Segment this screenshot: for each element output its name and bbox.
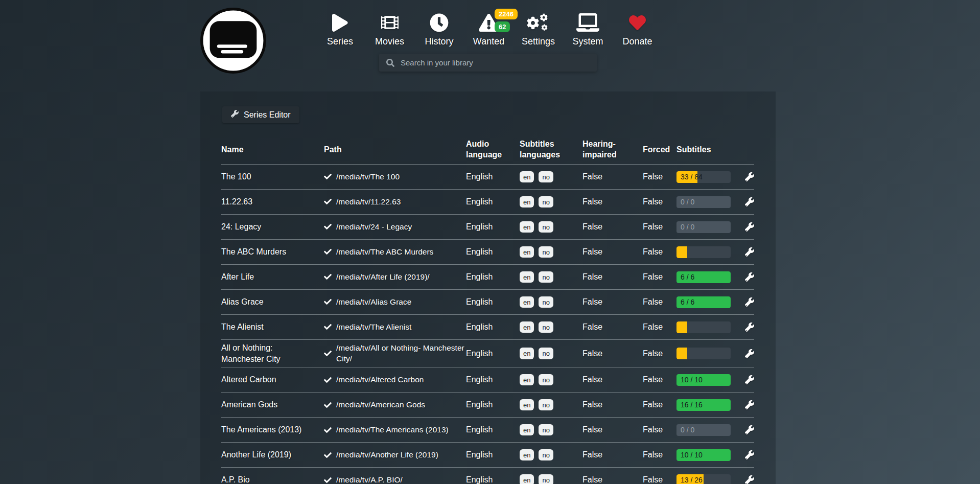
table-row: Altered Carbon/media/tv/Altered CarbonEn…	[221, 367, 754, 392]
laptop-icon	[576, 12, 599, 33]
main-navigation: SeriesMoviesHistoryWanted224662SettingsS…	[315, 12, 662, 47]
language-badge-no: no	[539, 171, 553, 183]
hearing-impaired-value: False	[582, 448, 643, 462]
wrench-icon	[231, 110, 239, 120]
forced-value: False	[643, 320, 676, 334]
library-search	[379, 54, 597, 72]
subtitles-progress-label: 6 / 6	[681, 298, 694, 306]
series-name: The Americans (2013)	[221, 422, 324, 438]
nav-item-system[interactable]: System	[563, 12, 613, 47]
forced-value: False	[643, 245, 676, 259]
edit-series-wrench-button[interactable]	[745, 375, 754, 384]
hearing-impaired-value: False	[582, 295, 643, 309]
language-badge-no: no	[539, 321, 553, 333]
subtitles-progress-bar	[676, 246, 731, 258]
table-header-row: NamePathAudio languageSubtitles language…	[221, 135, 754, 164]
wrench-icon	[745, 197, 754, 206]
nav-item-wanted[interactable]: Wanted224662	[464, 12, 514, 47]
edit-series-wrench-button[interactable]	[745, 450, 754, 459]
subtitles-progress-bar: 0 / 0	[676, 221, 731, 233]
search-input[interactable]	[400, 58, 597, 67]
nav-label-donate: Donate	[622, 36, 652, 47]
hearing-impaired-value: False	[582, 320, 643, 334]
language-badge-en: en	[520, 424, 534, 436]
wrench-icon	[745, 222, 754, 232]
edit-series-wrench-button[interactable]	[745, 400, 754, 409]
nav-item-movies[interactable]: Movies	[365, 12, 414, 47]
path-exists-check-icon	[324, 173, 332, 180]
forced-value: False	[643, 170, 676, 184]
subtitles-progress-bar: 0 / 0	[676, 196, 731, 208]
hearing-impaired-value: False	[582, 423, 643, 437]
hearing-impaired-value: False	[582, 373, 643, 387]
wrench-icon	[745, 349, 754, 358]
path-exists-check-icon	[324, 426, 332, 434]
path-exists-check-icon	[324, 401, 332, 409]
wrench-icon	[745, 297, 754, 307]
table-row: After Life/media/tv/After Life (2019)/En…	[221, 264, 754, 289]
edit-series-wrench-button[interactable]	[745, 247, 754, 257]
subtitles-progress-bar: 10 / 10	[676, 449, 731, 461]
series-name: A.P. Bio	[221, 472, 324, 484]
edit-series-wrench-button[interactable]	[745, 172, 754, 181]
edit-series-wrench-button[interactable]	[745, 425, 754, 434]
column-header-subtitles: Subtitles	[676, 142, 744, 158]
path-exists-check-icon	[324, 376, 332, 384]
wrench-icon	[745, 375, 754, 384]
table-row: The 100/media/tv/The 100EnglishennoFalse…	[221, 164, 754, 189]
wrench-icon	[745, 475, 754, 484]
series-path-text: /media/tv/The Americans (2013)	[336, 425, 449, 435]
edit-series-wrench-button[interactable]	[745, 197, 754, 206]
hearing-impaired-value: False	[582, 347, 643, 361]
language-badge-no: no	[539, 196, 553, 208]
hearing-impaired-value: False	[582, 195, 643, 209]
series-name: The ABC Murders	[221, 244, 324, 260]
wrench-icon	[745, 272, 754, 282]
nav-item-series[interactable]: Series	[315, 12, 365, 47]
wrench-icon	[745, 400, 754, 409]
series-editor-button[interactable]: Series Editor	[222, 106, 299, 123]
forced-value: False	[643, 295, 676, 309]
series-path-text: /media/tv/American Gods	[336, 400, 425, 410]
wanted-count-badges: 224662	[495, 9, 518, 32]
nav-item-history[interactable]: History	[414, 12, 464, 47]
subtitles-progress-label: 0 / 0	[681, 223, 694, 231]
subtitles-languages-badges: enno	[520, 422, 582, 439]
subtitles-languages-badges: enno	[520, 447, 582, 464]
subtitles-progress-label: 16 / 16	[681, 401, 703, 409]
subtitles-languages-badges: enno	[520, 294, 582, 311]
edit-series-wrench-button[interactable]	[745, 349, 754, 358]
language-badge-en: en	[520, 246, 534, 258]
series-path: /media/tv/The 100	[324, 169, 466, 185]
series-path-text: /media/tv/Altered Carbon	[336, 375, 424, 385]
column-header-path: Path	[324, 142, 466, 158]
heart-icon	[629, 12, 646, 33]
series-name: All or Nothing: Manchester City	[221, 340, 324, 367]
audio-language-value: English	[466, 347, 520, 361]
edit-series-wrench-button[interactable]	[745, 297, 754, 307]
table-row: American Gods/media/tv/American GodsEngl…	[221, 392, 754, 417]
path-exists-check-icon	[324, 273, 332, 281]
audio-language-value: English	[466, 170, 520, 184]
series-name: Altered Carbon	[221, 372, 324, 388]
series-name: Alias Grace	[221, 294, 324, 310]
nav-item-donate[interactable]: Donate	[613, 12, 662, 47]
subtitles-languages-badges: enno	[520, 169, 582, 186]
subtitles-progress-label: 0 / 0	[681, 426, 694, 434]
subtitles-languages-badges: enno	[520, 397, 582, 413]
edit-series-wrench-button[interactable]	[745, 272, 754, 282]
edit-series-wrench-button[interactable]	[745, 222, 754, 232]
table-row: The ABC Murders/media/tv/The ABC Murders…	[221, 239, 754, 264]
play-icon	[332, 12, 348, 33]
language-badge-no: no	[539, 374, 553, 386]
edit-series-wrench-button[interactable]	[745, 475, 754, 484]
edit-series-wrench-button[interactable]	[745, 322, 754, 332]
subtitles-progress-bar: 16 / 16	[676, 399, 731, 411]
subtitles-progress-label: 13 / 26	[681, 476, 703, 484]
table-row: The Alienist/media/tv/The AlienistEnglis…	[221, 314, 754, 339]
subtitles-languages-badges: enno	[520, 269, 582, 286]
nav-item-settings[interactable]: Settings	[514, 12, 563, 47]
bazarr-logo[interactable]	[200, 7, 267, 74]
wrench-icon	[745, 247, 754, 257]
film-icon	[381, 12, 399, 33]
